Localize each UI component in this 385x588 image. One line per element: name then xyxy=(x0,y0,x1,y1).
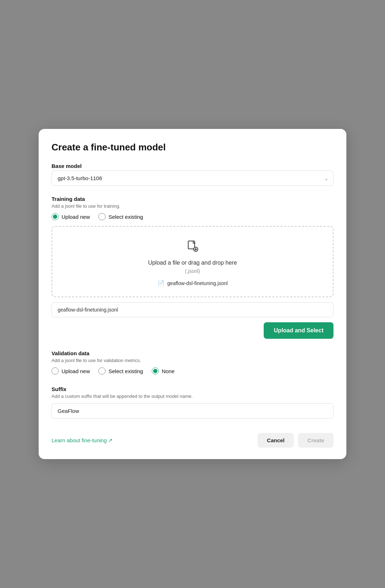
training-upload-new-option[interactable]: Upload new xyxy=(52,213,90,220)
validation-radio-group: Upload new Select existing None xyxy=(52,367,333,375)
validation-data-section: Validation data Add a jsonl file to use … xyxy=(52,350,333,375)
cancel-button[interactable]: Cancel xyxy=(258,433,294,448)
training-dropzone[interactable]: Upload a file or drag and drop here (.js… xyxy=(52,226,333,297)
training-select-existing-radio[interactable] xyxy=(98,213,106,220)
training-radio-group: Upload new Select existing xyxy=(52,213,333,220)
training-data-label: Training data xyxy=(52,196,333,202)
modal-title: Create a fine-tuned model xyxy=(52,142,333,153)
upload-file-icon xyxy=(59,240,326,255)
suffix-input[interactable] xyxy=(52,403,333,419)
modal-footer: Learn about fine-tuning ↗ Cancel Create xyxy=(52,430,333,448)
dropzone-sub-text: (.jsonl) xyxy=(59,268,326,274)
validation-none-label: None xyxy=(162,368,175,374)
create-fine-tuned-model-modal: Create a fine-tuned model Base model gpt… xyxy=(39,129,346,459)
training-data-section: Training data Add a jsonl file to use fo… xyxy=(52,196,333,339)
footer-buttons: Cancel Create xyxy=(258,433,333,448)
learn-arrow-icon: ↗ xyxy=(108,437,113,444)
dropzone-main-text: Upload a file or drag and drop here xyxy=(59,260,326,266)
base-model-select[interactable]: gpt-3.5-turbo-1106 gpt-4 gpt-4o xyxy=(52,170,333,186)
base-model-label: Base model xyxy=(52,163,333,169)
validation-upload-new-label: Upload new xyxy=(62,368,90,374)
upload-and-select-button[interactable]: Upload and Select xyxy=(264,322,333,339)
upload-select-row: Upload and Select xyxy=(52,322,333,339)
suffix-label: Suffix xyxy=(52,386,333,392)
validation-upload-new-radio[interactable] xyxy=(52,367,59,375)
create-button[interactable]: Create xyxy=(298,433,333,448)
training-select-existing-option[interactable]: Select existing xyxy=(98,213,143,220)
learn-fine-tuning-text: Learn about fine-tuning xyxy=(52,437,107,443)
file-document-icon: 📄 xyxy=(157,280,165,286)
base-model-select-wrapper: gpt-3.5-turbo-1106 gpt-4 gpt-4o ⌄ xyxy=(52,170,333,186)
validation-upload-new-option[interactable]: Upload new xyxy=(52,367,90,375)
svg-rect-0 xyxy=(188,241,195,249)
validation-none-option[interactable]: None xyxy=(152,367,175,375)
training-upload-new-label: Upload new xyxy=(62,214,90,220)
learn-fine-tuning-link[interactable]: Learn about fine-tuning ↗ xyxy=(52,437,113,444)
validation-data-label: Validation data xyxy=(52,350,333,356)
validation-none-radio[interactable] xyxy=(152,367,159,375)
validation-select-existing-option[interactable]: Select existing xyxy=(98,367,143,375)
validation-select-existing-label: Select existing xyxy=(108,368,143,374)
suffix-desc: Add a custom suffix that will be appende… xyxy=(52,394,333,399)
training-file-name-input[interactable] xyxy=(52,302,333,317)
training-select-existing-label: Select existing xyxy=(108,214,143,220)
suffix-section: Suffix Add a custom suffix that will be … xyxy=(52,386,333,419)
training-data-desc: Add a jsonl file to use for training. xyxy=(52,203,333,209)
dropzone-file-name: 📄 geaflow-dsl-finetuning.jsonl xyxy=(59,280,326,286)
validation-select-existing-radio[interactable] xyxy=(98,367,106,375)
training-upload-new-radio[interactable] xyxy=(52,213,59,220)
base-model-section: Base model gpt-3.5-turbo-1106 gpt-4 gpt-… xyxy=(52,163,333,186)
validation-data-desc: Add a jsonl file to use for validation m… xyxy=(52,358,333,363)
